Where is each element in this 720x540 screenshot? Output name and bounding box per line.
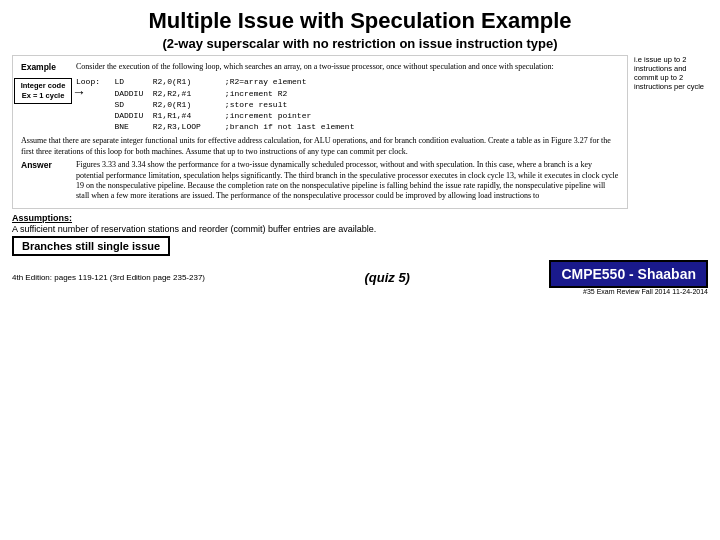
- loop-section: Integer codeEx = 1 cycle → Loop: LD R2,0…: [21, 76, 619, 132]
- assumptions-section: Assumptions: A sufficient number of rese…: [12, 213, 708, 256]
- arrow-icon: →: [72, 84, 86, 100]
- edition-text: 4th Edition: pages 119-121 (3rd Edition …: [12, 273, 205, 282]
- cmpe-badge: CMPE550 - Shaaban: [549, 260, 708, 288]
- assumptions-text: A sufficient number of reservation stati…: [12, 224, 708, 234]
- assume-text: Assume that there are separate integer f…: [21, 136, 619, 157]
- example-text: Consider the execution of the following …: [76, 62, 619, 72]
- answer-label: Answer: [21, 160, 76, 202]
- loop-content: Integer codeEx = 1 cycle → Loop: LD R2,0…: [76, 76, 619, 132]
- side-note: i.e issue up to 2 instructions and commi…: [628, 55, 708, 209]
- bottom-left: 4th Edition: pages 119-121 (3rd Edition …: [12, 273, 205, 282]
- integer-code-label: Integer codeEx = 1 cycle: [14, 78, 72, 104]
- example-label: Example: [21, 62, 76, 72]
- bottom-right: CMPE550 - Shaaban #35 Exam Review Fall 2…: [549, 260, 708, 295]
- main-content-box: Example Consider the execution of the fo…: [12, 55, 628, 209]
- quiz-text: (quiz 5): [364, 270, 410, 285]
- content-area: Example Consider the execution of the fo…: [12, 55, 708, 209]
- answer-row: Answer Figures 3.33 and 3.34 show the pe…: [21, 160, 619, 202]
- page-subtitle: (2-way superscalar with no restriction o…: [12, 36, 708, 51]
- bottom-row: 4th Edition: pages 119-121 (3rd Edition …: [12, 260, 708, 295]
- branches-box: Branches still single issue: [12, 236, 170, 256]
- exam-info: #35 Exam Review Fall 2014 11-24-2014: [583, 288, 708, 295]
- branches-label: Branches still single issue: [22, 240, 160, 252]
- side-note-text: i.e issue up to 2 instructions and commi…: [634, 55, 704, 91]
- page-title: Multiple Issue with Speculation Example: [12, 8, 708, 34]
- assumptions-label: Assumptions:: [12, 213, 708, 223]
- loop-code: Loop: LD R2,0(R1) ;R2=array element DADD…: [76, 76, 619, 132]
- answer-text: Figures 3.33 and 3.34 show the performan…: [76, 160, 619, 202]
- example-row: Example Consider the execution of the fo…: [21, 62, 619, 72]
- page: Multiple Issue with Speculation Example …: [0, 0, 720, 540]
